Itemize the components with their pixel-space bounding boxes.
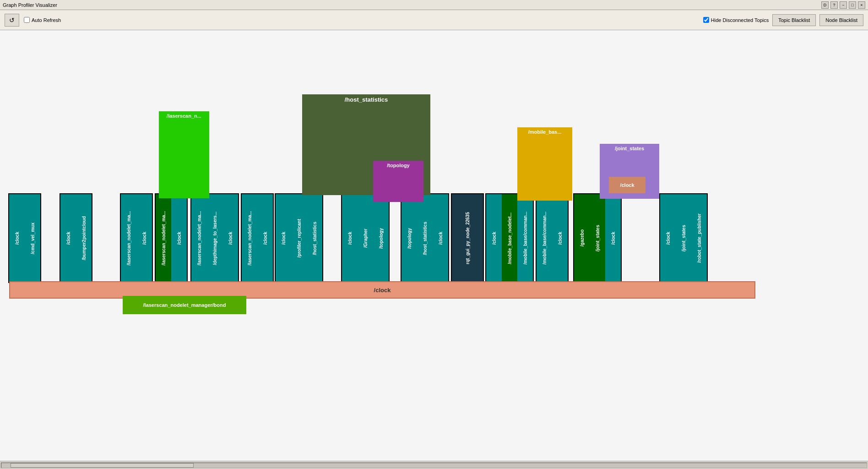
node-grapher[interactable]: /clock /Grapher /topology <box>341 193 390 283</box>
app-title: Graph Profiler Visualizer <box>3 2 821 8</box>
clock-bar: /clock <box>9 281 755 299</box>
node-laserscan-ma4[interactable]: /laserscan_nodelet_ma... /clock <box>241 193 274 283</box>
refresh-button[interactable]: ↺ <box>5 14 19 27</box>
hide-disconnected-label[interactable]: Hide Disconnected Topics <box>703 17 769 23</box>
node-profiler-replicant[interactable]: /clock /profiler_replicant /host_statist… <box>275 193 323 283</box>
win-close-btn[interactable]: × <box>858 1 865 9</box>
auto-refresh-checkbox[interactable] <box>24 17 30 23</box>
canvas-area: /host_statistics /laserscan_n... /topolo… <box>0 30 868 461</box>
toolbar: ↺ Auto Refresh Hide Disconnected Topics … <box>0 10 868 30</box>
clock-small-topic[interactable]: /clock <box>609 177 646 193</box>
scroll-thumb[interactable] <box>11 463 194 468</box>
laserscan-bond-topic[interactable]: /laserscan_nodelet_manager/bond <box>123 296 246 314</box>
window-controls: D ? − □ × <box>821 1 865 9</box>
title-bar: Graph Profiler Visualizer D ? − □ × <box>0 0 868 10</box>
hide-disconnected-checkbox[interactable] <box>703 17 709 23</box>
topic-blacklist-button[interactable]: Topic Blacklist <box>772 14 816 26</box>
scroll-track <box>1 463 867 468</box>
refresh-icon: ↺ <box>9 16 15 24</box>
node-blacklist-button[interactable]: Node Blacklist <box>819 14 863 26</box>
laserscan-n-topic[interactable]: /laserscan_n... <box>159 111 209 198</box>
node-laserscan-ma2[interactable]: /laserscan_nodelet_ma... /clock <box>155 193 188 283</box>
win-max-btn[interactable]: □ <box>849 1 856 9</box>
node-laserscan-ma1[interactable]: /laserscan_nodelet_ma... /clock <box>120 193 153 283</box>
node-mobile-base-nodelet[interactable]: /clock /mobile_base_nodelet... /mobile_b… <box>485 193 534 283</box>
toolbar-right: Hide Disconnected Topics Topic Blacklist… <box>703 14 863 26</box>
node-gazebo-joints[interactable]: /gazebo /joint_states /clock <box>573 193 622 283</box>
win-help-btn[interactable]: ? <box>830 1 838 9</box>
horizontal-scrollbar[interactable] <box>0 461 868 469</box>
node-mobile-base-comm[interactable]: /mobile_base/comman... /clock <box>536 193 569 283</box>
node-robot-state-publisher[interactable]: /clock /joint_states /robot_state_publis… <box>659 193 708 283</box>
node-cmd-vel-mux[interactable]: /clock /cmd_vel_mux <box>8 193 41 283</box>
node-laserscan-ma3[interactable]: /laserscan_nodelet_ma... /depthimage_to_… <box>190 193 239 283</box>
auto-refresh-label[interactable]: Auto Refresh <box>24 17 61 23</box>
node-bumper2pointcloud[interactable]: /clock /bumper2pointcloud <box>60 193 92 283</box>
topology-topic[interactable]: /topology <box>373 161 423 202</box>
mobile-bas-topic[interactable]: /mobile_bas... <box>517 127 572 201</box>
win-d-btn[interactable]: D <box>821 1 829 9</box>
win-min-btn[interactable]: − <box>840 1 847 9</box>
node-topology[interactable]: /topology /host_statistics /clock <box>401 193 449 283</box>
node-rqt-gui[interactable]: rqt_gui_py_node_22635 <box>451 193 484 283</box>
